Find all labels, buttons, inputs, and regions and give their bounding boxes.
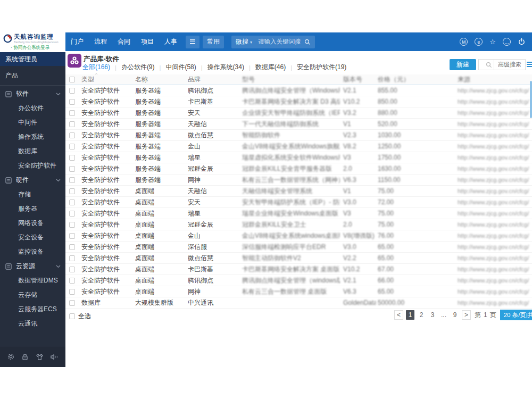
- topnav-item[interactable]: 门户: [65, 37, 89, 46]
- cell-source-link[interactable]: http://www.zjcg.gov.cn/cfcg/: [458, 208, 531, 219]
- sidebar-group-header-hardware[interactable]: 硬件: [0, 173, 65, 187]
- cell-source-link[interactable]: http://www.zjcg.gov.cn/cfcg/: [458, 275, 531, 286]
- power-logout-icon[interactable]: [518, 38, 526, 46]
- cell-source-link[interactable]: http://www.zjcg.gov.cn/cfcg/: [458, 141, 531, 152]
- theme-shirt-icon[interactable]: [36, 353, 44, 361]
- sidebar-item[interactable]: 服务器: [0, 202, 65, 216]
- row-checkbox[interactable]: [69, 188, 75, 194]
- mail-m-icon[interactable]: M: [460, 38, 468, 46]
- sidebar-item[interactable]: 云服务器ECS: [0, 302, 65, 317]
- table-row[interactable]: 安全防护软件 服务器端 金山 金山V8终端安全系统Windows旗舰版 V8.2…: [65, 141, 532, 152]
- category-tab[interactable]: 中间件(58): [165, 63, 196, 72]
- settings-gear-icon[interactable]: [7, 353, 15, 361]
- category-tab[interactable]: 数据库(46): [255, 63, 286, 72]
- cell-source-link[interactable]: http://www.zjcg.gov.cn/cfcg/: [458, 253, 531, 263]
- search-icon[interactable]: [304, 39, 311, 45]
- sidebar-section-product[interactable]: 产品: [0, 66, 65, 85]
- row-checkbox[interactable]: [69, 300, 75, 306]
- page-number[interactable]: 3: [428, 310, 437, 320]
- sidebar-item[interactable]: 监控设备: [0, 245, 65, 259]
- page-number[interactable]: ...: [439, 310, 448, 320]
- favorites-star-icon[interactable]: ☆: [489, 38, 496, 45]
- category-tab[interactable]: 办公软件(9): [121, 63, 155, 72]
- row-checkbox[interactable]: [69, 244, 75, 250]
- row-checkbox[interactable]: [69, 200, 75, 205]
- topnav-item[interactable]: 流程: [89, 37, 112, 46]
- goto-page-input[interactable]: 1: [484, 311, 487, 319]
- nav-menu-button[interactable]: [186, 36, 200, 48]
- table-row[interactable]: 安全防护软件 服务器端 安天 企业级安天智甲终端防御系统（IEP）- 防病毒选件…: [65, 107, 532, 119]
- sidebar-item[interactable]: 办公软件: [0, 101, 65, 115]
- cell-source-link[interactable]: http://www.zjcg.gov.cn/cfcg/: [458, 152, 531, 163]
- row-checkbox[interactable]: [69, 144, 75, 149]
- table-row[interactable]: 安全防护软件 桌面端 网神 私有云三合一数据管理 桌面版 V6.3 65.00 …: [65, 286, 532, 297]
- cell-source-link[interactable]: http://www.zjcg.gov.cn/cfcg/: [458, 197, 531, 207]
- cell-source-link[interactable]: http://www.zjcg.gov.cn/cfcg/: [458, 85, 531, 96]
- cell-source-link[interactable]: http://www.zjcg.gov.cn/cfcg/: [458, 219, 531, 230]
- select-all-checkbox[interactable]: [69, 313, 75, 319]
- row-checkbox[interactable]: [69, 222, 75, 228]
- cell-source-link[interactable]: http://www.zjcg.gov.cn/cfcg/: [458, 163, 531, 174]
- col-header-source[interactable]: 来源: [458, 74, 531, 85]
- row-checkbox[interactable]: [69, 289, 75, 295]
- table-row[interactable]: 安全防护软件 服务器端 瑞星 瑞星虚拟化系统安全软件Windows版 V3 17…: [65, 152, 532, 163]
- row-checkbox[interactable]: [69, 177, 75, 183]
- category-tab[interactable]: 全部(166): [82, 63, 110, 72]
- page-number[interactable]: 2: [417, 310, 426, 320]
- cell-source-link[interactable]: http://www.zjcg.gov.cn/cfcg/: [458, 230, 531, 241]
- sidebar-item[interactable]: 操作系统: [0, 130, 65, 144]
- col-header-version[interactable]: 版本号: [343, 74, 376, 85]
- sidebar-item[interactable]: 存储: [0, 187, 65, 202]
- table-row[interactable]: 安全防护软件 桌面端 冠群金辰 冠群金辰KILL安全卫士 2.0 75.00 h…: [65, 219, 532, 230]
- table-search-input[interactable]: [479, 62, 494, 68]
- row-checkbox[interactable]: [69, 267, 75, 272]
- row-checkbox[interactable]: [69, 132, 75, 138]
- sidebar-item[interactable]: 云通讯: [0, 317, 65, 331]
- topnav-item[interactable]: 项目: [136, 37, 159, 46]
- sidebar-item[interactable]: 数据库: [0, 144, 65, 159]
- col-header-model[interactable]: 型号: [242, 74, 340, 85]
- row-checkbox[interactable]: [69, 255, 75, 261]
- cell-source-link[interactable]: http://www.zjcg.gov.cn/cfcg/: [458, 264, 531, 275]
- table-row[interactable]: 安全防护软件 桌面端 微点佰慧 智能主动防御软件V2 V2.2 65.00 ht…: [65, 253, 532, 264]
- new-button[interactable]: 新建: [450, 59, 476, 70]
- table-row[interactable]: 安全防护软件 服务器端 腾讯御点 腾讯御点终端安全管理（Windows版） V2…: [65, 85, 532, 96]
- volume-icon[interactable]: [50, 353, 59, 361]
- table-row[interactable]: 安全防护软件 服务器端 卡巴斯基 卡巴斯基网络安全解决方案 D3 高级版（KL4…: [65, 96, 532, 107]
- page-number[interactable]: 1: [406, 310, 414, 320]
- sidebar-group-header-software[interactable]: 软件: [0, 87, 65, 101]
- global-search-input[interactable]: 请输入关键词搜: [258, 38, 301, 46]
- common-apps-button[interactable]: 常用: [203, 36, 224, 48]
- header-checkbox[interactable]: [69, 77, 75, 82]
- table-row[interactable]: 安全防护软件 桌面端 天融信 天融信终端安全管理系统 V1 75.00 http…: [65, 186, 532, 197]
- row-checkbox[interactable]: [69, 155, 75, 161]
- row-checkbox[interactable]: [69, 278, 75, 284]
- sidebar-item[interactable]: 安全设备: [0, 230, 65, 245]
- cell-source-link[interactable]: http://www.zjcg.gov.cn/cfcg/: [458, 96, 531, 107]
- table-row[interactable]: 安全防护软件 桌面端 金山 金山V8终端安全系统windows桌面版 V8(增强…: [65, 230, 532, 242]
- search-scope-dropdown[interactable]: 微搜: [236, 37, 248, 46]
- col-header-name[interactable]: 名称: [135, 74, 186, 85]
- table-row[interactable]: 安全防护软件 服务器端 天融信 下一代天融信终端防御系统 V1 520.00 h…: [65, 119, 532, 130]
- table-row[interactable]: 数据库 大规模集群版 中兴通讯 GoldenData s… 50000.00 h…: [65, 297, 532, 309]
- table-row[interactable]: 安全防护软件 服务器端 微点佰慧 智能防御软件 V2.3 1030.00 htt…: [65, 130, 532, 141]
- table-row[interactable]: 安全防护软件 桌面端 卡巴斯基 卡巴斯基网络安全解决方案 桌面版（KL48…- …: [65, 264, 532, 275]
- sidebar-item[interactable]: 中间件: [0, 115, 65, 130]
- table-row[interactable]: 安全防护软件 桌面端 腾讯御点 腾讯御点终端安全管理（windows版）V2.1…: [65, 275, 532, 286]
- row-checkbox[interactable]: [69, 99, 75, 105]
- table-scrollbar-thumb[interactable]: [530, 81, 532, 118]
- sidebar-item[interactable]: 云存储: [0, 288, 65, 302]
- sidebar-item[interactable]: 网络设备: [0, 216, 65, 230]
- category-tab[interactable]: 操作系统(34): [207, 63, 244, 72]
- cell-source-link[interactable]: http://www.zjcg.gov.cn/cfcg/: [458, 107, 531, 118]
- message-e-icon[interactable]: e: [475, 38, 483, 46]
- cell-source-link[interactable]: http://www.zjcg.gov.cn/cfcg/: [458, 119, 531, 129]
- cell-source-link[interactable]: http://www.zjcg.gov.cn/cfcg/: [458, 242, 531, 252]
- cell-source-link[interactable]: http://www.zjcg.gov.cn/cfcg/: [458, 130, 531, 140]
- cell-source-link[interactable]: http://www.zjcg.gov.cn/cfcg/: [458, 186, 531, 196]
- more-ellipsis-icon[interactable]: …: [503, 38, 511, 46]
- table-row[interactable]: 安全防护软件 服务器端 网神 私有云三合一数据管理系统（网神） V6.3 115…: [65, 174, 532, 186]
- advanced-search-button[interactable]: 高级搜索: [494, 60, 525, 70]
- col-header-brand[interactable]: 品牌: [188, 74, 238, 85]
- oa-login-link[interactable]: · 协同办公系统登录: [11, 45, 49, 51]
